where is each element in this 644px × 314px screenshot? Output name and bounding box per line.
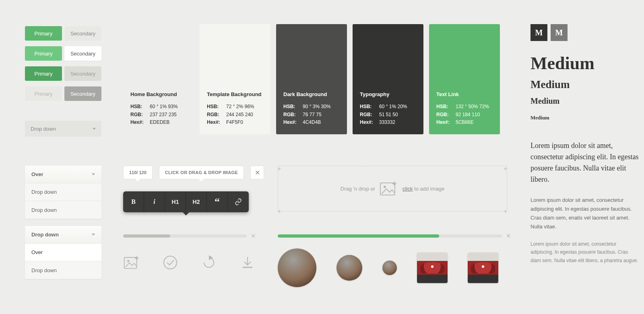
swatch-rgb-label: RGB: [283, 111, 303, 119]
swatch-typography: Typography HSB:60 ° 1% 20% RGB:51 51 50 … [353, 24, 423, 134]
swatch-hex-label: Hex#: [130, 119, 150, 126]
progress-track [278, 234, 502, 238]
primary-button-active[interactable]: Primary [25, 66, 62, 81]
swatch-hex-value: EDEDEB [150, 119, 169, 126]
thumbnail-image [417, 252, 448, 283]
swatch-hsb-value: 60 ° 1% 93% [150, 103, 178, 111]
swatch-rgb-label: RGB: [207, 111, 226, 119]
thumbnail-image [468, 252, 498, 283]
crop-corner-icon: + [277, 165, 281, 169]
dropdown-item[interactable]: Drop down [25, 183, 101, 201]
dropdown-closed[interactable]: Drop down [25, 121, 101, 137]
swatch-hex-label: Hex#: [360, 119, 379, 126]
svg-point-1 [384, 186, 386, 188]
crop-corner-icon: + [504, 208, 508, 212]
secondary-button-default[interactable]: Secondary [64, 26, 101, 41]
blockquote-button[interactable]: “ [207, 191, 228, 212]
swatch-title: Text Link [436, 91, 493, 97]
close-icon: ✕ [255, 169, 260, 176]
dropdown-item-hover[interactable]: Over [25, 244, 101, 261]
logo-badge-grey: M [551, 24, 568, 41]
color-swatches: Home Background HSB:60 ° 1% 93% RGB:237 … [123, 24, 500, 134]
secondary-button-active[interactable]: Secondary [64, 66, 101, 81]
heading-lg: Medium [530, 78, 639, 91]
heading-sm: Medium [530, 115, 639, 121]
progress-fill [123, 234, 170, 238]
swatch-hex-value: 5CB86E [456, 119, 474, 126]
swatch-rgb-value: 244 245 240 [226, 111, 253, 119]
primary-button-disabled: Primary [25, 86, 62, 101]
link-button[interactable] [228, 191, 249, 212]
h1-button[interactable]: H1 [165, 191, 186, 212]
logo-badge-dark: M [530, 24, 547, 41]
dropdown-header[interactable]: Over [25, 166, 101, 183]
progress-track [123, 234, 247, 238]
swatch-hex-value: 4C4D4B [303, 119, 321, 126]
paragraph-large: Lorem ipsum dolor sit amet, consectetur … [530, 140, 639, 185]
dropdown-item[interactable]: Drop down [25, 201, 101, 219]
image-dropzone[interactable]: + + + + Drag 'n drop or click to add ima… [278, 166, 507, 211]
swatch-hex-value: 333332 [379, 119, 395, 126]
swatch-text-link: Text Link HSB:132 ° 50% 72% RGB:92 184 1… [429, 24, 500, 134]
swatch-title: Template Background [207, 91, 263, 97]
secondary-button-hover[interactable]: Secondary [64, 46, 101, 61]
button-states-grid: Primary Secondary Primary Secondary Prim… [25, 26, 101, 101]
swatch-template-background: Template Background HSB:72 ° 2% 96% RGB:… [200, 24, 270, 134]
swatch-hsb-label: HSB: [207, 103, 226, 111]
primary-button-hover[interactable]: Primary [25, 46, 62, 61]
dropdown-item[interactable]: Drop down [25, 261, 101, 279]
svg-point-4 [164, 256, 177, 269]
dropdown-label: Drop down [31, 126, 56, 132]
dropzone-click-link[interactable]: click [402, 186, 413, 192]
swatch-hex-label: Hex#: [436, 119, 456, 126]
avatar-row [278, 248, 498, 287]
dropzone-text-post: to add image [414, 186, 444, 192]
close-button[interactable]: ✕ [250, 166, 264, 179]
primary-button-default[interactable]: Primary [25, 26, 62, 41]
svg-point-3 [127, 260, 129, 262]
cancel-upload-button[interactable]: ✕ [506, 232, 511, 240]
refresh-icon[interactable] [200, 254, 217, 271]
swatch-hex-label: Hex#: [283, 119, 303, 126]
cancel-upload-button[interactable]: ✕ [251, 232, 256, 240]
swatch-hsb-label: HSB: [130, 103, 150, 111]
progress-green: ✕ [278, 232, 511, 240]
chevron-down-icon [93, 128, 96, 130]
swatch-hex-value: F4F5F0 [226, 119, 243, 126]
swatch-hsb-label: HSB: [436, 103, 456, 111]
heading-md: Medium [530, 96, 639, 106]
swatch-home-background: Home Background HSB:60 ° 1% 93% RGB:237 … [123, 24, 194, 134]
action-icons-row [123, 254, 256, 271]
bold-button[interactable]: B [123, 191, 144, 212]
swatch-hex-label: Hex#: [207, 119, 226, 126]
typography-column: M M Medium Medium Medium Medium Lorem ip… [530, 24, 639, 265]
h2-button[interactable]: H2 [186, 191, 207, 212]
swatch-rgb-value: 237 237 235 [150, 111, 177, 119]
swatch-rgb-label: RGB: [436, 111, 456, 119]
progress-grey: ✕ [123, 232, 256, 240]
paragraph-small: Lorem ipsum dolor sit amet, consectetur … [530, 240, 639, 265]
swatch-rgb-label: RGB: [360, 111, 379, 119]
link-icon [235, 198, 242, 205]
download-icon[interactable] [239, 254, 256, 271]
logo-badges: M M [530, 24, 639, 41]
heading-xl: Medium [530, 53, 639, 74]
swatch-title: Home Background [130, 91, 187, 97]
italic-button[interactable]: i [144, 191, 165, 212]
chevron-down-icon [92, 173, 95, 175]
char-counter-tooltip: 110/ 120 [123, 166, 153, 179]
add-image-icon [380, 181, 398, 196]
dropdown-open-selected[interactable]: Drop down Over Drop down [25, 226, 101, 279]
add-image-icon[interactable] [123, 254, 140, 271]
dropzone-text-pre: Drag 'n drop or [341, 186, 375, 192]
swatch-rgb-label: RGB: [130, 111, 150, 119]
swatch-rgb-value: 76 77 75 [303, 111, 322, 119]
drop-hint-tooltip: CLICK OR DRAG & DROP IMAGE [159, 166, 244, 179]
dropdown-header-label: Over [31, 171, 43, 177]
check-circle-icon[interactable] [162, 254, 179, 271]
swatch-hsb-value: 72 ° 2% 96% [226, 103, 254, 111]
swatch-hsb-value: 60 ° 1% 20% [379, 103, 407, 111]
secondary-button-disabled: Secondary [64, 86, 101, 101]
dropdown-open-hover[interactable]: Over Drop down Drop down [25, 166, 101, 219]
dropdown-header[interactable]: Drop down [25, 226, 101, 244]
